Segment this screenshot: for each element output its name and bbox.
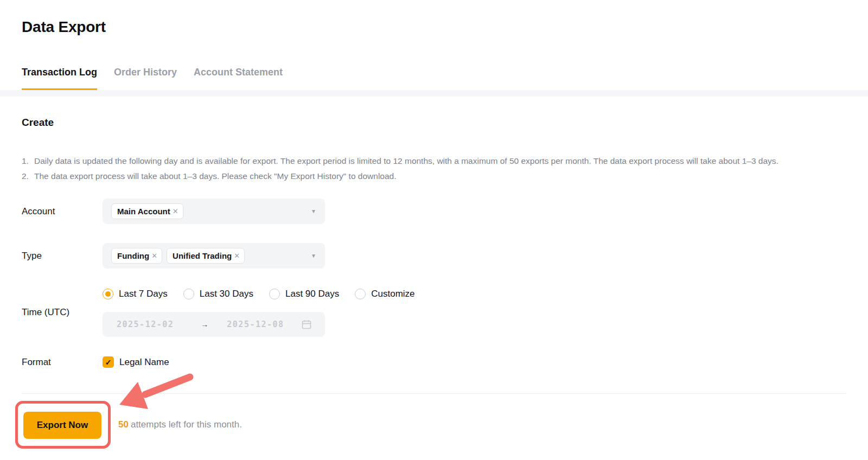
chevron-down-icon[interactable]: ▼ <box>311 208 316 214</box>
tab-separator-band <box>0 90 868 97</box>
format-label: Format <box>22 357 103 368</box>
radio-customize[interactable]: Customize <box>355 289 414 299</box>
instruction-line: 2.The data export process will take abou… <box>22 169 846 184</box>
attempts-count: 50 <box>118 419 129 430</box>
radio-label: Last 30 Days <box>200 289 253 299</box>
radio-label: Customize <box>371 289 414 299</box>
legal-name-checkbox[interactable]: ✓ <box>103 356 114 368</box>
time-group: Last 7 Days Last 30 Days Last 90 Days Cu… <box>103 288 431 337</box>
account-label: Account <box>22 206 103 217</box>
type-tag-label: Funding <box>117 251 149 260</box>
data-export-page: Data Export Transaction Log Order Histor… <box>0 18 868 460</box>
type-row: Type Funding ✕ Unified Trading ✕ ▼ <box>22 243 846 269</box>
radio-label: Last 7 Days <box>119 289 168 299</box>
type-tag-label: Unified Trading <box>173 251 232 260</box>
instruction-text: Daily data is updated the following day … <box>34 156 778 165</box>
tab-account-statement[interactable]: Account Statement <box>194 67 283 90</box>
close-icon[interactable]: ✕ <box>151 252 157 260</box>
account-select[interactable]: Main Account ✕ ▼ <box>103 199 325 224</box>
instructions: 1.Daily data is updated the following da… <box>22 154 846 184</box>
instruction-number: 1. <box>22 154 34 169</box>
chevron-down-icon[interactable]: ▼ <box>311 253 316 259</box>
red-annotation-box: Export Now <box>15 401 111 449</box>
radio-icon <box>355 289 366 299</box>
radio-icon <box>183 289 194 299</box>
instruction-number: 2. <box>22 169 34 184</box>
type-label: Type <box>22 251 103 261</box>
type-select[interactable]: Funding ✕ Unified Trading ✕ ▼ <box>103 243 325 269</box>
radio-label: Last 90 Days <box>285 289 339 299</box>
time-label: Time (UTC) <box>22 307 103 318</box>
instruction-text: The data export process will take about … <box>34 171 397 181</box>
type-tag: Funding ✕ <box>111 248 162 264</box>
divider <box>22 393 846 394</box>
account-tag: Main Account ✕ <box>111 203 183 219</box>
tab-bar: Transaction Log Order History Account St… <box>22 67 846 90</box>
attempts-remaining: 50attempts left for this month. <box>118 419 242 430</box>
radio-last-30-days[interactable]: Last 30 Days <box>183 289 253 299</box>
date-range-input[interactable]: 2025-12-02 → 2025-12-08 <box>103 312 325 337</box>
radio-last-7-days[interactable]: Last 7 Days <box>103 289 168 299</box>
date-from[interactable]: 2025-12-02 <box>117 320 174 329</box>
instruction-line: 1.Daily data is updated the following da… <box>22 154 846 169</box>
page-title: Data Export <box>22 18 846 36</box>
range-arrow-icon: → <box>201 320 208 329</box>
time-range-options: Last 7 Days Last 30 Days Last 90 Days Cu… <box>103 288 431 300</box>
account-row: Account Main Account ✕ ▼ <box>22 199 846 224</box>
radio-icon <box>103 289 113 299</box>
close-icon[interactable]: ✕ <box>173 207 178 215</box>
create-heading: Create <box>22 117 846 129</box>
close-icon[interactable]: ✕ <box>234 252 240 260</box>
date-to[interactable]: 2025-12-08 <box>227 320 284 329</box>
attempts-text: attempts left for this month. <box>131 419 242 430</box>
footer-row: Export Now 50attempts left for this mont… <box>22 401 846 449</box>
tab-transaction-log[interactable]: Transaction Log <box>22 67 97 90</box>
format-row: Format ✓ Legal Name <box>22 356 846 368</box>
legal-name-label: Legal Name <box>119 357 169 368</box>
radio-icon <box>269 289 280 299</box>
footer: Export Now 50attempts left for this mont… <box>22 393 846 449</box>
radio-last-90-days[interactable]: Last 90 Days <box>269 289 339 299</box>
tab-order-history[interactable]: Order History <box>114 67 177 90</box>
account-tag-label: Main Account <box>117 207 170 216</box>
calendar-icon[interactable] <box>301 319 312 330</box>
time-row: Time (UTC) Last 7 Days Last 30 Days Last… <box>22 288 846 337</box>
type-tag: Unified Trading ✕ <box>167 248 245 264</box>
export-now-button[interactable]: Export Now <box>23 412 101 439</box>
